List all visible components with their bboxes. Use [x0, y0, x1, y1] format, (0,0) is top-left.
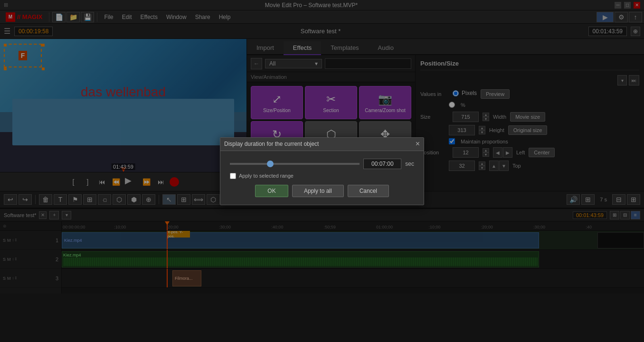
modal-title-bar: Display duration for the current object … — [220, 138, 424, 151]
modal-buttons: OK Apply to all Cancel — [230, 185, 414, 197]
apply-range-row: Apply to selected range — [230, 173, 414, 179]
apply-all-button[interactable]: Apply to all — [292, 185, 344, 197]
slider-container: sec Apply to selected range — [230, 159, 414, 179]
ok-button[interactable]: OK — [255, 185, 288, 197]
modal-dialog: Display duration for the current object … — [220, 137, 424, 205]
modal-title-text: Display duration for the current object — [224, 141, 319, 147]
modal-close-btn[interactable]: × — [416, 140, 420, 148]
duration-slider[interactable] — [230, 163, 360, 165]
slider-row: sec — [230, 159, 414, 169]
modal-body: sec Apply to selected range OK Apply to … — [220, 151, 424, 205]
sec-label: sec — [405, 161, 414, 167]
time-input[interactable] — [363, 159, 401, 169]
modal-overlay: Display duration for the current object … — [0, 0, 644, 342]
apply-range-checkbox[interactable] — [230, 173, 236, 179]
apply-range-label: Apply to selected range — [239, 173, 294, 179]
cancel-button[interactable]: Cancel — [348, 185, 389, 197]
